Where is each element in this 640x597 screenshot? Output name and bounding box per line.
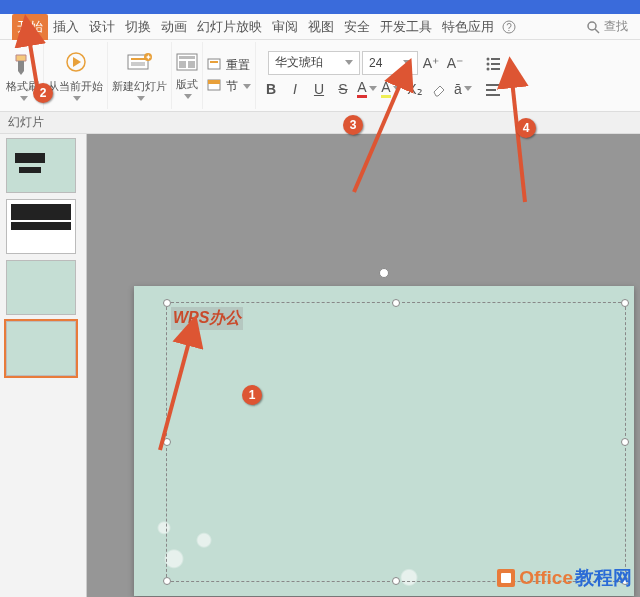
handle-nw[interactable] [163,299,171,307]
font-color-button[interactable]: A [356,77,378,101]
eraser-icon [432,82,446,96]
workspace: WPS办公 [0,134,640,597]
slide-thumbnails [0,134,87,597]
layout-icon [176,53,198,75]
bullets-icon [485,56,501,70]
bold-button[interactable]: B [260,77,282,101]
tab-home[interactable]: 开始 [12,14,48,40]
tab-security[interactable]: 安全 [339,14,375,40]
watermark: Office教程网 [495,565,632,591]
text-box[interactable]: WPS办公 [166,302,626,582]
underline-button[interactable]: U [308,77,330,101]
tab-design[interactable]: 设计 [84,14,120,40]
bullets-button[interactable] [482,51,504,75]
callout-4: 4 [516,118,536,138]
handle-n[interactable] [392,299,400,307]
reset-button[interactable]: 重置 [207,57,251,74]
increase-font-button[interactable]: A⁺ [420,51,442,75]
from-current-button[interactable]: 从当前开始 [48,51,103,101]
thumb-3[interactable] [6,260,76,315]
italic-button[interactable]: I [284,77,306,101]
align-button[interactable] [482,77,504,101]
svg-rect-11 [179,56,195,59]
canvas-area[interactable]: WPS办公 [87,134,640,597]
highlight-button[interactable]: A [380,77,402,101]
search-icon [586,20,600,34]
handle-e[interactable] [621,438,629,446]
search-label: 查找 [604,18,628,35]
increase-font-icon: A⁺ [423,55,439,71]
thumb-4[interactable] [6,321,76,376]
slide-text[interactable]: WPS办公 [171,307,243,330]
svg-rect-19 [491,58,500,60]
new-slide-button[interactable]: ✦ 新建幻灯片 [112,51,167,101]
tab-developer[interactable]: 开发工具 [375,14,437,40]
svg-rect-6 [131,58,145,60]
decrease-font-button[interactable]: A⁻ [444,51,466,75]
new-slide-label: 新建幻灯片 [112,79,167,94]
rotate-handle[interactable] [379,268,389,278]
layout-button[interactable]: 版式 [176,53,198,99]
tab-view[interactable]: 视图 [303,14,339,40]
layout-label: 版式 [176,77,198,92]
search-button[interactable]: 查找 [586,18,628,35]
svg-rect-24 [486,84,500,86]
svg-rect-17 [208,80,220,84]
new-slide-icon: ✦ [126,51,154,77]
ribbon: 格式刷 从当前开始 ✦ 新建幻灯片 版式 重置 节 [0,40,640,112]
svg-text:?: ? [506,22,512,33]
decrease-font-icon: A⁻ [447,55,463,71]
font-size-value: 24 [369,56,382,70]
tab-special[interactable]: 特色应用 [437,14,499,40]
clear-format-button[interactable] [428,77,450,101]
watermark-brand2: 教程网 [575,565,632,591]
tab-animation[interactable]: 动画 [156,14,192,40]
svg-point-2 [588,22,596,30]
handle-sw[interactable] [163,577,171,585]
from-current-label: 从当前开始 [48,79,103,94]
svg-point-20 [487,62,490,65]
svg-rect-25 [486,89,496,91]
section-button[interactable]: 节 [207,78,251,95]
font-name-combo[interactable]: 华文琥珀 [268,51,360,75]
strike-button[interactable]: S [332,77,354,101]
tab-review[interactable]: 审阅 [267,14,303,40]
help-icon[interactable]: ? [499,17,519,37]
svg-rect-12 [179,61,186,68]
svg-rect-7 [131,62,145,66]
svg-line-3 [595,29,599,33]
callout-1: 1 [242,385,262,405]
office-logo-icon [495,567,517,589]
watermark-brand1: Office [519,567,573,589]
tab-insert[interactable]: 插入 [48,14,84,40]
tab-strip: 开始 插入 设计 切换 动画 幻灯片放映 审阅 视图 安全 开发工具 特色应用 … [0,14,640,40]
thumb-2[interactable] [6,199,76,254]
handle-s[interactable] [392,577,400,585]
svg-point-22 [487,67,490,70]
tab-slideshow[interactable]: 幻灯片放映 [192,14,267,40]
section-label: 节 [226,78,238,95]
svg-rect-26 [486,94,500,96]
align-icon [485,82,501,96]
handle-ne[interactable] [621,299,629,307]
subscript-button[interactable]: X₂ [404,77,426,101]
thumb-1[interactable] [6,138,76,193]
handle-w[interactable] [163,438,171,446]
font-size-combo[interactable]: 24 [362,51,418,75]
chevron-down-icon [345,60,353,65]
secondary-bar: 幻灯片 [0,112,640,134]
play-icon [63,51,89,77]
tab-transition[interactable]: 切换 [120,14,156,40]
reset-icon [207,58,223,72]
panel-label: 幻灯片 [8,114,44,131]
section-icon [207,79,223,93]
svg-rect-21 [491,63,500,65]
pinyin-button[interactable]: ā [452,77,474,101]
svg-text:✦: ✦ [144,53,151,62]
chevron-down-icon [403,60,411,65]
svg-rect-32 [501,573,511,583]
svg-point-18 [487,57,490,60]
svg-rect-15 [210,61,218,63]
brush-icon [10,51,36,77]
slide-canvas[interactable]: WPS办公 [134,286,634,596]
